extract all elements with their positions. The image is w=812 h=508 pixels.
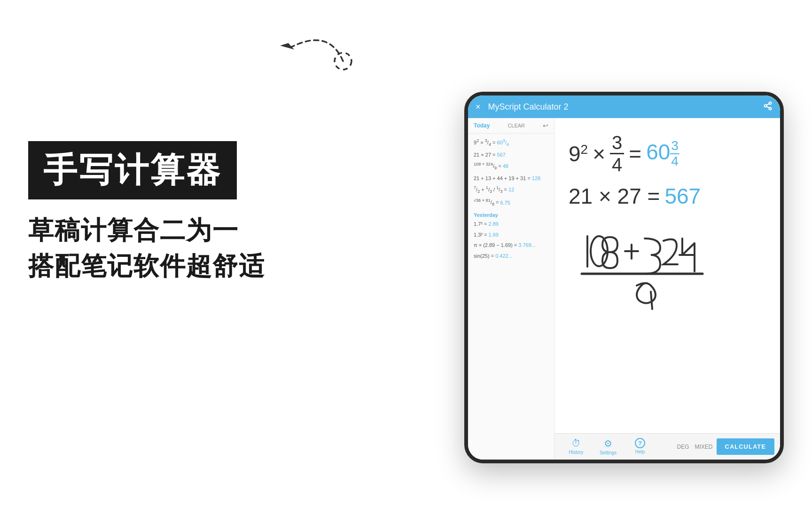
bottom-nav: ⏱ History ⚙ Settings ? Help xyxy=(560,436,656,457)
list-item[interactable]: 7/2 + 1/3 / 1/3 = 12 xyxy=(468,183,554,197)
app-body: Today CLEAR ↩ 92 × 3/4 = 603/4 21 × 27 =… xyxy=(468,118,780,460)
list-item[interactable]: 108 + 324/9 = 48 xyxy=(468,160,554,173)
handwritten-svg xyxy=(569,217,766,325)
list-item[interactable]: π × (2.89 − 1.69) = 3.769... xyxy=(468,240,554,251)
list-item[interactable]: 1.3² = 1.69 xyxy=(468,230,554,240)
calculate-button[interactable]: CALCULATE xyxy=(717,438,774,455)
history-panel: Today CLEAR ↩ 92 × 3/4 = 603/4 21 × 27 =… xyxy=(468,118,554,460)
list-item[interactable]: sin(25) = 0.422... xyxy=(468,251,554,262)
app-title: MyScript Calculator 2 xyxy=(488,102,763,112)
handwritten-area[interactable] xyxy=(569,217,766,424)
clear-button[interactable]: CLEAR xyxy=(508,123,525,128)
subtitle-line2: 搭配笔记软件超舒适 xyxy=(28,248,301,284)
nav-help[interactable]: ? Help xyxy=(624,436,656,457)
history-toolbar: Today CLEAR ↩ xyxy=(468,118,554,134)
svg-marker-0 xyxy=(280,40,294,55)
list-item[interactable]: 92 × 3/4 = 603/4 xyxy=(468,136,554,150)
history-nav-label: History xyxy=(569,450,583,455)
history-icon: ⏱ xyxy=(571,438,581,449)
canvas-panel[interactable]: 92 × 3 4 = 6034 21 × 27 = 5 xyxy=(554,118,780,460)
left-section: 手写计算器 草稿计算合二为一 搭配笔记软件超舒适 xyxy=(28,141,301,284)
svg-line-6 xyxy=(766,103,769,105)
app-header: × MyScript Calculator 2 xyxy=(468,95,780,118)
bottom-settings: DEG MIXED xyxy=(677,444,712,450)
equation-2: 21 × 27 = 567 xyxy=(569,183,766,209)
close-button[interactable]: × xyxy=(476,102,481,112)
help-nav-label: Help xyxy=(635,449,645,454)
list-item[interactable]: 21 + 13 + 44 + 19 + 31 = 128 xyxy=(468,173,554,184)
subtitle: 草稿计算合二为一 搭配笔记软件超舒适 xyxy=(28,213,301,284)
tablet: × MyScript Calculator 2 Today CLEAR xyxy=(464,92,784,463)
yesterday-label: Yesterday xyxy=(468,209,554,219)
nav-settings[interactable]: ⚙ Settings xyxy=(592,436,624,457)
nav-history[interactable]: ⏱ History xyxy=(560,436,592,457)
main-title: 手写计算器 xyxy=(43,151,222,189)
bottom-bar: ⏱ History ⚙ Settings ? Help xyxy=(554,433,780,460)
deg-label[interactable]: DEG xyxy=(677,444,689,450)
undo-arrow-decoration xyxy=(263,19,357,75)
subtitle-line1: 草稿计算合二为一 xyxy=(28,213,301,248)
app-container: × MyScript Calculator 2 Today CLEAR xyxy=(468,95,780,460)
today-label: Today xyxy=(474,122,490,129)
list-item[interactable]: √36 × 81/8 = 6.75 xyxy=(468,197,554,210)
tablet-wrapper: × MyScript Calculator 2 Today CLEAR xyxy=(464,92,784,463)
title-box: 手写计算器 xyxy=(28,141,237,199)
history-list: 92 × 3/4 = 603/4 21 × 27 = 567 108 + 324… xyxy=(468,134,554,460)
list-item[interactable]: 21 × 27 = 567 xyxy=(468,150,554,160)
list-item[interactable]: 1.7² = 2.89 xyxy=(468,219,554,230)
mixed-label[interactable]: MIXED xyxy=(695,444,713,450)
equation-1: 92 × 3 4 = 6034 xyxy=(569,132,766,175)
canvas-content: 92 × 3 4 = 6034 21 × 27 = 5 xyxy=(554,118,780,433)
share-button[interactable] xyxy=(763,101,773,112)
help-icon: ? xyxy=(635,438,645,448)
settings-nav-label: Settings xyxy=(600,450,617,455)
svg-line-5 xyxy=(766,106,769,108)
settings-icon: ⚙ xyxy=(604,438,612,449)
undo-button[interactable]: ↩ xyxy=(543,122,548,129)
